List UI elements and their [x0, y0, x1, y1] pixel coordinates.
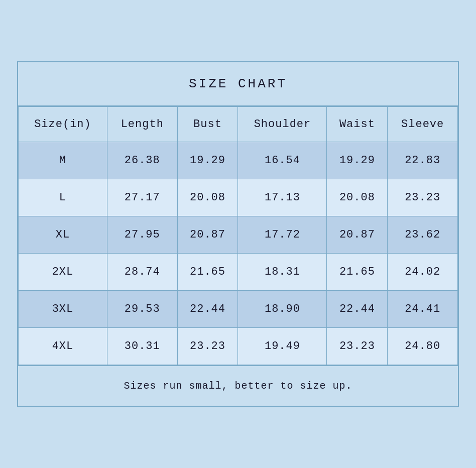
chart-footer: Sizes run small, better to size up. [18, 365, 458, 406]
col-header-waist: Waist [327, 107, 388, 142]
col-header-sleeve: Sleeve [388, 107, 458, 142]
table-row: M26.3819.2916.5419.2922.83 [19, 142, 458, 179]
col-header-length: Length [107, 107, 177, 142]
cell-bust: 20.87 [177, 216, 238, 254]
table-row: 3XL29.5322.4418.9022.4424.41 [19, 291, 458, 328]
cell-shoulder: 17.13 [238, 179, 327, 216]
size-table: Size(in) Length Bust Shoulder Waist Slee… [18, 106, 458, 365]
size-chart: SIZE CHART Size(in) Length Bust Shoulder… [17, 61, 459, 407]
cell-length: 29.53 [107, 291, 177, 328]
cell-shoulder: 17.72 [238, 216, 327, 254]
cell-waist: 20.87 [327, 216, 388, 254]
chart-title: SIZE CHART [18, 62, 458, 106]
cell-shoulder: 16.54 [238, 142, 327, 179]
col-header-shoulder: Shoulder [238, 107, 327, 142]
cell-length: 27.17 [107, 179, 177, 216]
cell-shoulder: 18.90 [238, 291, 327, 328]
cell-size: 3XL [19, 291, 107, 328]
cell-size: XL [19, 216, 107, 254]
col-header-bust: Bust [177, 107, 238, 142]
col-header-size: Size(in) [19, 107, 107, 142]
cell-sleeve: 24.80 [388, 328, 458, 365]
cell-sleeve: 22.83 [388, 142, 458, 179]
cell-size: L [19, 179, 107, 216]
table-row: L27.1720.0817.1320.0823.23 [19, 179, 458, 216]
cell-sleeve: 23.62 [388, 216, 458, 254]
cell-size: 4XL [19, 328, 107, 365]
cell-size: M [19, 142, 107, 179]
cell-bust: 19.29 [177, 142, 238, 179]
table-header-row: Size(in) Length Bust Shoulder Waist Slee… [19, 107, 458, 142]
cell-bust: 22.44 [177, 291, 238, 328]
cell-shoulder: 19.49 [238, 328, 327, 365]
cell-waist: 20.08 [327, 179, 388, 216]
table-row: XL27.9520.8717.7220.8723.62 [19, 216, 458, 254]
cell-sleeve: 23.23 [388, 179, 458, 216]
cell-length: 30.31 [107, 328, 177, 365]
table-row: 4XL30.3123.2319.4923.2324.80 [19, 328, 458, 365]
cell-waist: 19.29 [327, 142, 388, 179]
cell-bust: 21.65 [177, 254, 238, 291]
table-row: 2XL28.7421.6518.3121.6524.02 [19, 254, 458, 291]
cell-length: 27.95 [107, 216, 177, 254]
cell-waist: 21.65 [327, 254, 388, 291]
cell-bust: 23.23 [177, 328, 238, 365]
cell-waist: 23.23 [327, 328, 388, 365]
cell-length: 28.74 [107, 254, 177, 291]
cell-shoulder: 18.31 [238, 254, 327, 291]
cell-sleeve: 24.41 [388, 291, 458, 328]
cell-sleeve: 24.02 [388, 254, 458, 291]
cell-size: 2XL [19, 254, 107, 291]
cell-bust: 20.08 [177, 179, 238, 216]
cell-waist: 22.44 [327, 291, 388, 328]
cell-length: 26.38 [107, 142, 177, 179]
